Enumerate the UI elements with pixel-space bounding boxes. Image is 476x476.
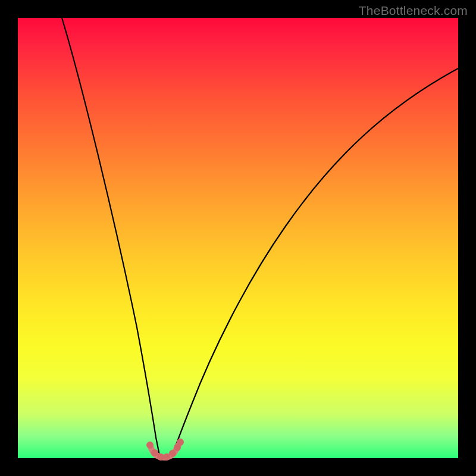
chart-plot-area: [18, 18, 458, 458]
curve-right-branch: [171, 68, 458, 458]
bottom-u-dot-7: [177, 439, 184, 446]
bottom-u-dot-1: [146, 441, 154, 449]
bottom-u-dot-2: [151, 449, 158, 456]
curve-left-branch: [62, 18, 160, 458]
bottom-u-dot-5: [169, 450, 176, 457]
bottom-u-dot-4: [163, 453, 170, 461]
chart-svg: [18, 18, 458, 458]
watermark-text: TheBottleneck.com: [359, 4, 468, 18]
